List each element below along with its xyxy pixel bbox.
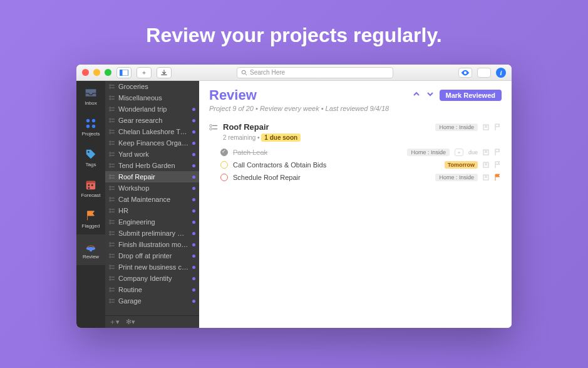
review-dot-icon [192, 232, 195, 235]
sidebar-project-item[interactable]: Miscellaneous [105, 92, 199, 103]
svg-point-60 [110, 209, 111, 210]
sidebar-project-item[interactable]: Company Identity [105, 273, 199, 284]
project-list-icon [109, 242, 115, 247]
svg-point-37 [110, 144, 111, 145]
svg-point-45 [110, 166, 111, 167]
sidebar-project-item[interactable]: Submit preliminary marketin… [105, 228, 199, 239]
project-tag[interactable]: Home : Inside [435, 124, 478, 131]
flag-icon[interactable] [494, 161, 502, 169]
review-dot-icon [192, 142, 195, 145]
note-icon[interactable] [483, 174, 489, 181]
minimize-icon[interactable] [93, 69, 100, 76]
main-content: Review Mark Reviewed Project 9 of 20 • R… [199, 81, 512, 328]
sidebar-project-item[interactable]: Finish illustration mockups [105, 239, 199, 250]
note-icon[interactable] [483, 149, 489, 155]
perspective-rail: Inbox Projects Tags Forecast Flagged Rev… [76, 81, 105, 328]
sidebar-project-item[interactable]: Groceries [105, 81, 199, 92]
sidebar-project-item[interactable]: Engineering [105, 216, 199, 228]
task-row[interactable]: Call Contractors & Obtain Bids Tomorrow [220, 159, 502, 171]
review-dot-icon [192, 221, 195, 224]
flag-icon[interactable] [494, 149, 502, 156]
review-dot-icon [192, 209, 195, 213]
window-controls [82, 69, 111, 76]
project-header[interactable]: Roof Repair Home : Inside [209, 120, 502, 134]
project-list-icon [109, 163, 115, 168]
svg-point-92 [110, 299, 111, 300]
rail-forecast[interactable]: Forecast [76, 173, 105, 204]
rail-tags[interactable]: Tags [76, 142, 105, 173]
close-icon[interactable] [82, 69, 89, 76]
flag-icon[interactable] [494, 174, 502, 181]
sidebar-project-item[interactable]: Print new business cards [105, 261, 199, 273]
sidebar-project-item[interactable]: Workshop [105, 182, 199, 194]
view-button[interactable] [458, 68, 472, 78]
projects-icon [85, 118, 97, 129]
mark-reviewed-button[interactable]: Mark Reviewed [440, 90, 502, 101]
svg-point-4 [86, 118, 90, 122]
review-dot-icon [192, 187, 195, 190]
rail-review[interactable]: Review [76, 234, 105, 265]
zoom-icon[interactable] [105, 69, 111, 76]
svg-point-17 [110, 87, 111, 88]
sidebar-project-item[interactable]: Garage [105, 295, 199, 307]
note-icon[interactable] [483, 124, 489, 130]
sidebar-project-item[interactable]: Routine [105, 284, 199, 295]
svg-point-57 [110, 200, 111, 201]
sidebar-project-item[interactable]: Roof Repair [105, 171, 199, 182]
rail-projects[interactable]: Projects [76, 112, 105, 142]
add-button[interactable]: ＋ [137, 67, 152, 78]
svg-point-68 [110, 231, 111, 233]
sidebar-project-item[interactable]: Drop off at printer [105, 250, 199, 261]
sidebar-project-item[interactable]: Cat Maintenance [105, 194, 199, 205]
sidebar-project-item[interactable]: HR [105, 205, 199, 216]
add-project-button[interactable]: ＋▾ [109, 317, 120, 327]
sidebar-project-item[interactable]: Tend Herb Garden [105, 160, 199, 171]
review-title: Review [209, 87, 407, 103]
prev-project-button[interactable] [412, 90, 421, 101]
flag-icon[interactable] [494, 124, 502, 131]
svg-point-44 [110, 164, 111, 165]
rail-flagged[interactable]: Flagged [76, 204, 105, 234]
svg-point-56 [110, 197, 111, 199]
sidebar-project-item[interactable]: Wonderland trip [105, 103, 199, 115]
svg-rect-13 [88, 187, 90, 189]
note-icon[interactable] [483, 162, 489, 168]
task-row[interactable]: Schedule Roof Repair Home : Inside [220, 171, 502, 184]
project-list-icon [109, 231, 115, 236]
review-dot-icon [192, 277, 195, 280]
task-checkbox[interactable] [220, 149, 228, 156]
svg-point-76 [110, 254, 111, 255]
sidebar-project-item[interactable]: Yard work [105, 149, 199, 160]
info-button[interactable]: i [496, 68, 506, 78]
inbox-icon [85, 87, 97, 98]
download-button[interactable] [157, 67, 172, 78]
svg-point-97 [210, 127, 212, 130]
svg-point-64 [110, 220, 111, 221]
sidebar-project-item[interactable]: Gear research [105, 115, 199, 126]
task-checkbox[interactable] [220, 174, 228, 181]
search-input[interactable]: Search Here [237, 67, 393, 78]
task-tag[interactable]: Home : Inside [407, 149, 450, 156]
svg-point-41 [110, 155, 111, 156]
review-dot-icon [192, 119, 195, 122]
svg-point-80 [110, 265, 111, 266]
svg-point-48 [110, 175, 111, 176]
task-checkbox[interactable] [220, 161, 228, 169]
sidebar-project-item[interactable]: Chelan Lakeshore Trail [105, 126, 199, 137]
task-row[interactable]: Patch Leak Home : Inside+due [220, 146, 502, 159]
add-tag-button[interactable]: + [455, 149, 463, 156]
svg-point-84 [110, 276, 111, 278]
project-list-icon [109, 287, 115, 292]
toolbar-button[interactable] [477, 68, 491, 78]
svg-point-20 [110, 96, 111, 97]
svg-point-7 [92, 124, 95, 127]
settings-button[interactable]: ✻▾ [126, 318, 135, 326]
svg-point-89 [110, 290, 111, 292]
sidebar-project-item[interactable]: Keep Finances Organized [105, 137, 199, 149]
review-dot-icon [192, 153, 195, 156]
task-tag[interactable]: Home : Inside [435, 174, 478, 181]
review-icon [85, 241, 97, 252]
sidebar-toggle-button[interactable] [116, 67, 132, 78]
next-project-button[interactable] [426, 90, 435, 101]
rail-inbox[interactable]: Inbox [76, 81, 105, 112]
